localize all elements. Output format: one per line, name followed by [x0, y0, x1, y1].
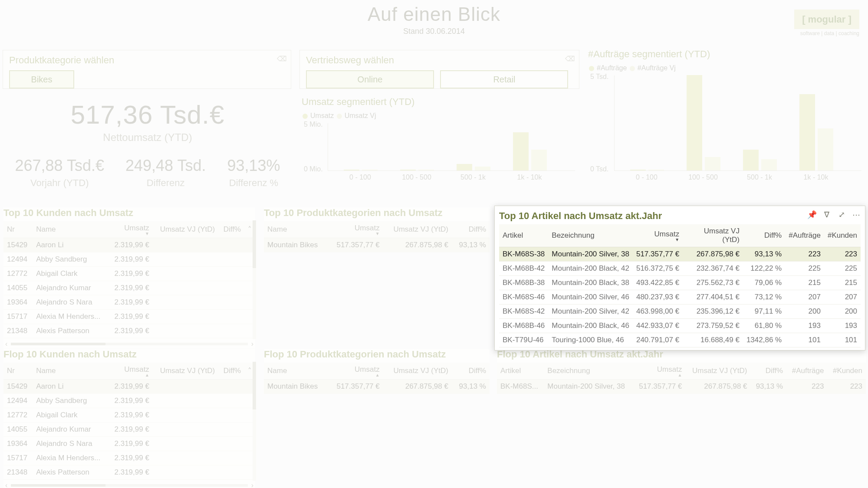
col-diff[interactable]: Diff% — [751, 363, 787, 380]
vertical-scrollbar[interactable] — [253, 220, 256, 339]
col-diff[interactable]: Diff% — [218, 221, 244, 238]
col-diff[interactable]: Diff% — [743, 224, 785, 247]
table-row[interactable]: 21348 Alexis Patterson 2.319,99 € — [3, 465, 255, 480]
table-row[interactable]: BK-M68S-42 Mountain-200 Silver, 42 463.9… — [499, 305, 861, 319]
bar[interactable] — [457, 164, 472, 170]
col-nr[interactable]: Nr — [3, 221, 33, 238]
vertical-scrollbar[interactable] — [253, 362, 256, 481]
table-row[interactable]: 12772 Abigail Clark 2.319,99 € — [3, 267, 255, 281]
table-row[interactable]: BK-M68S-38 Mountain-200 Silver, 38 517.3… — [499, 247, 861, 262]
table-row[interactable]: 19364 Alejandro S Nara 2.319,99 € — [3, 437, 255, 451]
table-row[interactable]: 21348 Alexis Patterson 2.319,99 € — [3, 324, 255, 338]
bar[interactable] — [362, 170, 378, 170]
table-row[interactable]: BK-T79U-46 Touring-1000 Blue, 46 240.791… — [499, 333, 861, 347]
table-row[interactable]: Mountain Bikes 517.357,77 € 267.875,98 €… — [264, 238, 490, 252]
col-name[interactable]: Name — [264, 363, 328, 380]
col-kunden[interactable]: #Kunden — [827, 363, 866, 380]
filter-icon[interactable]: ∇ — [822, 210, 831, 219]
col-name[interactable]: Name — [33, 363, 108, 380]
table-row[interactable]: 12494 Abby Sandberg 2.319,99 € — [3, 394, 255, 408]
sort-desc-icon: ▼ — [636, 239, 679, 241]
slicer-product-category: Produktkategorie wählen ⌫ Bikes — [3, 50, 291, 89]
col-umsatz[interactable]: Umsatz▼ — [108, 221, 153, 238]
slicer-option-online[interactable]: Online — [306, 70, 434, 88]
bar[interactable] — [513, 132, 529, 170]
bar[interactable] — [818, 128, 833, 170]
bar[interactable] — [743, 150, 759, 170]
panel-title: Flop 10 Kunden nach Umsatz — [3, 349, 255, 360]
table-row[interactable]: BK-M68S-46 Mountain-200 Silver, 46 480.2… — [499, 290, 861, 305]
col-diff[interactable]: Diff% — [452, 221, 490, 238]
scroll-left-icon[interactable]: ‹ — [5, 340, 7, 348]
pin-icon[interactable]: 📌 — [808, 210, 816, 219]
table-row[interactable]: 14055 Alejandro Kumar 2.319,99 € — [3, 281, 255, 295]
more-options-icon[interactable]: ⋯ — [852, 210, 861, 219]
col-kunden[interactable]: #Kunden — [824, 224, 861, 247]
table-row[interactable]: 15429 Aaron Li 2.319,99 € — [3, 380, 255, 394]
slicer-option-bikes[interactable]: Bikes — [9, 70, 74, 88]
col-umsatz[interactable]: Umsatz▼ — [633, 224, 683, 247]
horizontal-scrollbar[interactable] — [11, 484, 247, 487]
col-bezeichnung[interactable]: Bezeichnung — [548, 224, 633, 247]
panel-title: Flop 10 Produktkategorien nach Umsatz — [264, 349, 490, 360]
table-row[interactable]: 15717 Alexia M Henders... 2.319,99 € — [3, 451, 255, 465]
table-row[interactable]: BK-M68B-46 Mountain-200 Black, 46 442.93… — [499, 319, 861, 333]
scroll-right-icon[interactable]: › — [251, 481, 253, 488]
bar[interactable] — [400, 170, 416, 170]
scroll-left-icon[interactable]: ‹ — [5, 481, 7, 488]
table-row[interactable]: 12772 Abigail Clark 2.319,99 € — [3, 408, 255, 422]
col-umsatz-vj[interactable]: Umsatz VJ (YtD) — [685, 363, 750, 380]
col-name[interactable]: Name — [264, 221, 328, 238]
col-umsatz[interactable]: Umsatz▲ — [633, 363, 685, 380]
slicer-option-retail[interactable]: Retail — [440, 70, 568, 88]
col-umsatz[interactable]: Umsatz▲ — [328, 363, 383, 380]
col-nr[interactable]: Nr — [3, 363, 33, 380]
col-umsatz[interactable]: Umsatz▲ — [108, 363, 153, 380]
col-name[interactable]: Name — [33, 221, 108, 238]
col-umsatz-vj[interactable]: Umsatz VJ (YtD) — [383, 221, 452, 238]
bar[interactable] — [475, 167, 490, 170]
bar[interactable] — [687, 75, 702, 170]
col-diff[interactable]: Diff% — [452, 363, 490, 380]
focus-mode-icon[interactable]: ⤢ — [837, 210, 846, 219]
col-artikel[interactable]: Artikel — [499, 224, 548, 247]
bar[interactable] — [531, 150, 547, 170]
horizontal-scrollbar[interactable] — [11, 343, 247, 345]
table-row[interactable]: BK-M68B-38 Mountain-200 Black, 38 493.42… — [499, 276, 861, 290]
col-diff[interactable]: Diff% — [218, 363, 244, 380]
clear-filter-icon[interactable]: ⌫ — [277, 55, 286, 63]
table-row[interactable]: 14055 Alejandro Kumar 2.319,99 € — [3, 422, 255, 437]
col-auftraege[interactable]: #Aufträge — [786, 363, 827, 380]
table-row[interactable]: 12494 Abby Sandberg 2.319,99 € — [3, 252, 255, 267]
cell: 235.396,12 € — [683, 305, 743, 319]
table-row[interactable]: BK-M68B-42 Mountain-200 Black, 42 516.37… — [499, 262, 861, 276]
table-flop-categories: Flop 10 Produktkategorien nach Umsatz Na… — [264, 349, 490, 394]
bar[interactable] — [630, 170, 646, 170]
col-umsatz-vj[interactable]: Umsatz VJ (YtD) — [153, 363, 218, 380]
bar[interactable] — [761, 159, 777, 170]
col-auftraege[interactable]: #Aufträge — [785, 224, 824, 247]
scroll-right-icon[interactable]: › — [251, 340, 253, 348]
col-bezeichnung[interactable]: Bezeichnung — [544, 363, 633, 380]
bar[interactable] — [418, 170, 434, 170]
cell: 101 — [824, 333, 861, 347]
cell: 2.319,99 € — [108, 422, 153, 437]
col-umsatz-vj[interactable]: Umsatz VJ (YtD) — [153, 221, 218, 238]
col-umsatz-vj[interactable]: Umsatz VJ (YtD) — [683, 224, 743, 247]
col-artikel[interactable]: Artikel — [497, 363, 544, 380]
bar[interactable] — [705, 157, 720, 170]
bar[interactable] — [344, 170, 359, 170]
col-umsatz-vj[interactable]: Umsatz VJ (YtD) — [383, 363, 452, 380]
table-row[interactable]: BK-M68S... Mountain-200 Silver, 38 517.3… — [497, 380, 866, 394]
table-row[interactable]: 15429 Aaron Li 2.319,99 € — [3, 238, 255, 252]
bar[interactable] — [648, 170, 664, 170]
cell — [153, 408, 218, 422]
col-umsatz[interactable]: Umsatz▼ — [328, 221, 383, 238]
cell: Abigail Clark — [33, 408, 108, 422]
clear-filter-icon[interactable]: ⌫ — [565, 55, 574, 63]
table-row[interactable]: 19364 Alejandro S Nara 2.319,99 € — [3, 295, 255, 310]
table-row[interactable]: Mountain Bikes 517.357,77 € 267.875,98 €… — [264, 380, 490, 394]
bar[interactable] — [799, 94, 815, 170]
kpi-diff-label: Differenz — [125, 177, 206, 189]
table-row[interactable]: 15717 Alexia M Henders... 2.319,99 € — [3, 310, 255, 324]
